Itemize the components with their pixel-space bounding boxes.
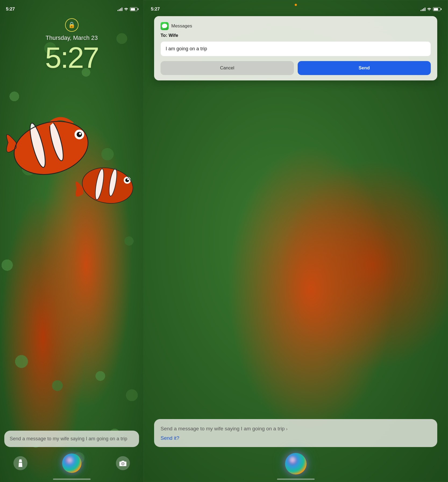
dialog-to-field: To: Wife [161,33,431,38]
flashlight-button[interactable] [13,456,27,470]
dialog-header: Messages [161,22,431,30]
status-dot [295,4,297,6]
siri-orb-left[interactable] [62,453,81,473]
svg-point-20 [122,463,124,465]
siri-send-it-label[interactable]: Send it? [161,435,431,441]
camera-button[interactable] [116,456,130,470]
messages-app-icon [161,22,169,30]
right-wifi-icon [427,7,431,11]
battery-icon [130,7,137,11]
left-home-indicator [53,479,91,480]
left-time: 5:27 [6,6,15,12]
right-siri-bubble: Send a message to my wife saying I am go… [154,419,437,447]
left-phone-screen: 5:27 🔒 Thursday, March 23 5:27 [0,0,143,482]
right-phone-screen: 5:27 Messages To: Wife [143,0,448,482]
right-battery-icon [433,7,440,11]
svg-point-9 [79,164,136,207]
right-siri-query-text: Send a message to my wife saying I am go… [161,426,285,431]
right-time: 5:27 [151,6,160,12]
dialog-message-text: I am going on a trip [166,46,207,51]
left-siri-text: Send a message to my wife saying I am go… [10,436,127,441]
fish-illustration [0,89,143,223]
lock-icon: 🔒 [68,22,75,29]
right-home-indicator [277,479,315,480]
chevron-icon: › [286,427,287,431]
lock-circle: 🔒 [65,18,79,32]
siri-orb-right[interactable] [285,453,307,474]
svg-point-6 [77,132,82,137]
signal-bars-icon [118,7,122,11]
right-status-bar: 5:27 [143,0,448,15]
right-signal-bars-icon [421,7,425,11]
dialog-app-name: Messages [171,23,192,29]
wifi-icon [124,7,128,11]
send-button[interactable]: Send [298,61,431,75]
left-bottom-bar [0,450,143,482]
left-status-icons [118,7,137,11]
lock-screen-clock: 5:27 [45,40,98,75]
left-status-bar: 5:27 [0,0,143,15]
svg-point-7 [79,133,81,135]
dialog-message-box: I am going on a trip [161,41,431,56]
right-status-icons [421,7,440,11]
left-siri-bubble: Send a message to my wife saying I am go… [4,431,139,447]
right-siri-query: Send a message to my wife saying I am go… [161,425,431,433]
svg-rect-18 [20,463,21,465]
messages-dialog: Messages To: Wife I am going on a trip C… [154,16,437,80]
cancel-button[interactable]: Cancel [161,61,294,75]
svg-point-16 [127,179,129,180]
dialog-buttons: Cancel Send [161,61,431,75]
